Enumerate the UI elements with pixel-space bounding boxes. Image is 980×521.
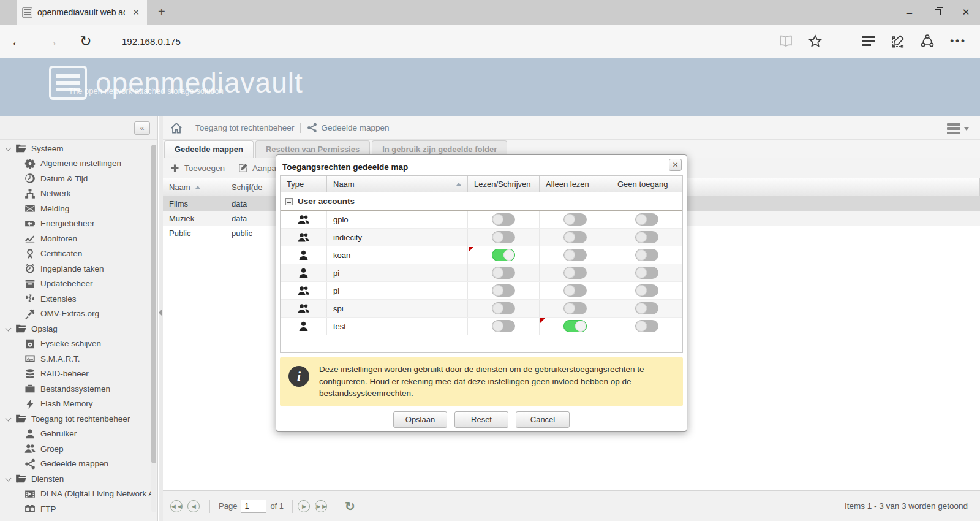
toggle-deny-spi[interactable] (635, 302, 658, 314)
sidebar-item-label: Updatebeheer (40, 279, 93, 288)
sidebar-item-opslag[interactable]: Opslag (0, 321, 151, 337)
cell-rw (468, 264, 540, 281)
sidebar-scrollbar[interactable] (151, 145, 156, 512)
reset-button[interactable]: Reset (454, 411, 508, 428)
tab-gedeelde-mappen[interactable]: Gedeelde mappen (164, 140, 254, 158)
toggle-ro-pi[interactable] (564, 284, 587, 297)
save-button[interactable]: Opslaan (393, 411, 447, 428)
sidebar-item-ftp[interactable]: FTP (0, 501, 151, 517)
sidebar-item-s-m-a-r-t[interactable]: S.M.A.R.T. (0, 351, 151, 367)
column-header-naam[interactable]: Naam (327, 176, 468, 192)
refresh-grid-icon[interactable]: ↻ (345, 499, 355, 514)
toggle-rw-test[interactable] (492, 320, 515, 332)
sidebar-item-bestandssystemen[interactable]: Bestandssystemen (0, 381, 151, 397)
next-page-button[interactable]: ► (298, 500, 310, 512)
page-number-input[interactable] (241, 500, 266, 513)
close-button[interactable]: ✕ (952, 0, 980, 25)
sidebar-item-groep[interactable]: Groep (0, 441, 151, 457)
sidebar-item-melding[interactable]: Melding (0, 201, 151, 216)
expand-caret-icon[interactable] (6, 475, 12, 481)
toggle-ro-spi[interactable] (564, 302, 587, 314)
sidebar-item-label: Gedeelde mappen (40, 459, 108, 468)
sidebar-item-certificaten[interactable]: Certificaten (0, 246, 151, 262)
address-bar[interactable]: 192.168.0.175 (122, 36, 779, 47)
toggle-deny-pi[interactable] (635, 267, 658, 279)
web-note-icon[interactable] (891, 34, 905, 48)
group-header-user-accounts[interactable]: User accounts (281, 192, 682, 211)
browser-tab[interactable]: openmediavault web ac ✕ (17, 0, 147, 25)
prev-page-button[interactable]: ◄ (187, 500, 200, 512)
sidebar-item-omv-extras-org[interactable]: OMV-Extras.org (0, 306, 151, 322)
column-header-alleen-lezen[interactable]: Alleen lezen (540, 176, 611, 192)
last-page-button[interactable]: ►► (315, 500, 327, 512)
more-options-icon[interactable]: ••• (950, 35, 967, 47)
sidebar-item-raid-beheer[interactable]: RAID-beheer (0, 367, 151, 382)
tab-close-icon[interactable]: ✕ (130, 7, 142, 17)
toggle-deny-koan[interactable] (635, 249, 658, 261)
toggle-rw-koan[interactable] (492, 249, 515, 261)
toggle-deny-gpio[interactable] (635, 213, 658, 226)
reading-view-icon[interactable] (779, 34, 793, 48)
back-button[interactable]: ← (0, 33, 34, 50)
toggle-deny-pi[interactable] (635, 284, 658, 297)
panel-menu-button[interactable] (947, 121, 969, 136)
sidebar-item-fysieke-schijven[interactable]: Fysieke schijven (0, 337, 151, 352)
sidebar-item-energiebeheer[interactable]: Energiebeheer (0, 216, 151, 232)
toggle-ro-gpio[interactable] (564, 213, 587, 226)
sidebar-item-gedeelde-mappen[interactable]: Gedeelde mappen (0, 457, 151, 472)
new-tab-button[interactable]: + (158, 5, 165, 19)
sidebar-item-dlna-digital-living-network-all[interactable]: DLNA (Digital Living Network All (0, 487, 151, 502)
refresh-button[interactable]: ↻ (69, 33, 103, 50)
forward-button[interactable]: → (34, 33, 69, 50)
column-header-type[interactable]: Type (281, 176, 327, 192)
toggle-ro-indiecity[interactable] (564, 231, 587, 243)
column-header-naam[interactable]: Naam (163, 178, 225, 196)
hub-icon[interactable] (862, 34, 875, 48)
cancel-button[interactable]: Cancel (516, 411, 570, 428)
toggle-deny-test[interactable] (635, 320, 658, 332)
sidebar-item-ingeplande-taken[interactable]: Ingeplande taken (0, 261, 151, 276)
toggle-rw-pi[interactable] (492, 267, 515, 279)
favorites-star-icon[interactable] (809, 34, 822, 48)
cell-ro (540, 318, 611, 335)
sidebar-item-extensies[interactable]: Extensies (0, 291, 151, 306)
expand-caret-icon[interactable] (6, 325, 12, 331)
restore-button[interactable] (924, 0, 952, 25)
sidebar-item-toegang-tot-rechtenbeheer[interactable]: Toegang tot rechtenbeheer (0, 411, 151, 427)
toggle-rw-indiecity[interactable] (492, 231, 515, 243)
sidebar-item-datum-tijd[interactable]: Datum & Tijd (0, 171, 151, 186)
puzzle-icon (24, 293, 36, 304)
sidebar-item-gebruiker[interactable]: Gebruiker (0, 427, 151, 442)
toggle-ro-pi[interactable] (564, 267, 587, 279)
first-page-button[interactable]: ◄◄ (170, 500, 183, 512)
splitter-collapse-icon[interactable] (159, 310, 162, 316)
column-header-geen-toegang[interactable]: Geen toegang (611, 176, 682, 192)
expand-caret-icon[interactable] (6, 145, 12, 151)
toggle-ro-koan[interactable] (564, 249, 587, 261)
panel-splitter[interactable] (159, 116, 163, 521)
sidebar-item-label: Netwerk (40, 189, 71, 198)
share-icon[interactable] (921, 34, 934, 48)
sidebar-item-updatebeheer[interactable]: Updatebeheer (0, 276, 151, 292)
expand-caret-icon[interactable] (6, 415, 12, 421)
minimize-button[interactable]: – (895, 0, 924, 25)
sidebar-item-algemene-instellingen[interactable]: Algemene instellingen (0, 156, 151, 172)
permission-row-pi-4: pi (281, 282, 682, 300)
sidebar-collapse-button[interactable]: « (134, 121, 150, 135)
flash-icon (24, 398, 36, 409)
column-header-lezen-schrijven[interactable]: Lezen/Schrijven (468, 176, 540, 192)
dialog-close-button[interactable]: ✕ (669, 159, 682, 171)
collapse-group-icon[interactable] (285, 198, 293, 205)
sidebar-item-diensten[interactable]: Diensten (0, 471, 151, 487)
toggle-rw-spi[interactable] (492, 302, 515, 314)
add-button[interactable]: Toevoegen (170, 163, 225, 173)
home-icon[interactable] (170, 122, 183, 134)
toggle-rw-pi[interactable] (492, 284, 515, 297)
toggle-ro-test[interactable] (564, 320, 587, 332)
toggle-rw-gpio[interactable] (492, 213, 515, 226)
sidebar-item-flash-memory[interactable]: Flash Memory (0, 397, 151, 412)
sidebar-item-systeem[interactable]: Systeem (0, 141, 151, 156)
sidebar-item-netwerk[interactable]: Netwerk (0, 186, 151, 202)
sidebar-item-monitoren[interactable]: Monitoren (0, 231, 151, 246)
toggle-deny-indiecity[interactable] (635, 231, 658, 243)
